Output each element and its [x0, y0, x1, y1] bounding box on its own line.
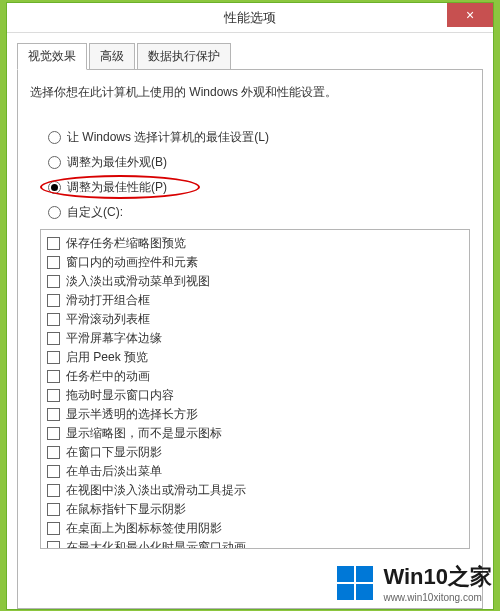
list-item[interactable]: 启用 Peek 预览: [47, 348, 463, 367]
effects-checklist[interactable]: 保存任务栏缩略图预览 窗口内的动画控件和元素 淡入淡出或滑动菜单到视图 滑动打开…: [40, 229, 470, 549]
check-label: 滑动打开组合框: [66, 292, 150, 309]
radio-custom[interactable]: [48, 206, 61, 219]
check-label: 显示半透明的选择长方形: [66, 406, 198, 423]
list-item[interactable]: 在最大化和最小化时显示窗口动画: [47, 538, 463, 549]
radio-best-appearance-label: 调整为最佳外观(B): [67, 154, 167, 171]
checkbox[interactable]: [47, 541, 60, 549]
radio-custom-label: 自定义(C):: [67, 204, 123, 221]
windows-logo-icon: [335, 563, 375, 603]
list-item[interactable]: 在视图中淡入淡出或滑动工具提示: [47, 481, 463, 500]
radio-row-auto[interactable]: 让 Windows 选择计算机的最佳设置(L): [48, 129, 470, 146]
check-label: 窗口内的动画控件和元素: [66, 254, 198, 271]
checkbox[interactable]: [47, 389, 60, 402]
list-item[interactable]: 在桌面上为图标标签使用阴影: [47, 519, 463, 538]
checkbox[interactable]: [47, 522, 60, 535]
checkbox[interactable]: [47, 427, 60, 440]
svg-rect-1: [356, 566, 373, 582]
radio-best-appearance[interactable]: [48, 156, 61, 169]
checkbox[interactable]: [47, 332, 60, 345]
list-item[interactable]: 在窗口下显示阴影: [47, 443, 463, 462]
check-label: 拖动时显示窗口内容: [66, 387, 174, 404]
radio-auto-label: 让 Windows 选择计算机的最佳设置(L): [67, 129, 269, 146]
radio-row-custom[interactable]: 自定义(C):: [48, 204, 470, 221]
close-button[interactable]: ×: [447, 3, 493, 27]
tab-advanced[interactable]: 高级: [89, 43, 135, 70]
check-label: 在单击后淡出菜单: [66, 463, 162, 480]
check-label: 平滑屏幕字体边缘: [66, 330, 162, 347]
close-icon: ×: [466, 7, 474, 23]
checkbox[interactable]: [47, 275, 60, 288]
radio-auto[interactable]: [48, 131, 61, 144]
performance-options-dialog: 性能选项 × 视觉效果 高级 数据执行保护 选择你想在此计算机上使用的 Wind…: [6, 2, 494, 610]
radio-row-best-appearance[interactable]: 调整为最佳外观(B): [48, 154, 470, 171]
tab-strip: 视觉效果 高级 数据执行保护: [17, 43, 483, 70]
window-title: 性能选项: [224, 9, 276, 27]
checkbox[interactable]: [47, 351, 60, 364]
checkbox[interactable]: [47, 446, 60, 459]
check-label: 保存任务栏缩略图预览: [66, 235, 186, 252]
check-label: 在窗口下显示阴影: [66, 444, 162, 461]
list-item[interactable]: 保存任务栏缩略图预览: [47, 234, 463, 253]
check-label: 平滑滚动列表框: [66, 311, 150, 328]
check-label: 显示缩略图，而不是显示图标: [66, 425, 222, 442]
svg-rect-3: [356, 584, 373, 600]
radio-best-performance-label: 调整为最佳性能(P): [67, 179, 167, 196]
svg-rect-2: [337, 584, 354, 600]
check-label: 任务栏中的动画: [66, 368, 150, 385]
checkbox[interactable]: [47, 503, 60, 516]
checkbox[interactable]: [47, 256, 60, 269]
checkbox[interactable]: [47, 237, 60, 250]
svg-rect-0: [337, 566, 354, 582]
check-label: 启用 Peek 预览: [66, 349, 148, 366]
list-item[interactable]: 任务栏中的动画: [47, 367, 463, 386]
check-label: 在视图中淡入淡出或滑动工具提示: [66, 482, 246, 499]
list-item[interactable]: 淡入淡出或滑动菜单到视图: [47, 272, 463, 291]
checkbox[interactable]: [47, 408, 60, 421]
list-item[interactable]: 在单击后淡出菜单: [47, 462, 463, 481]
list-item[interactable]: 在鼠标指针下显示阴影: [47, 500, 463, 519]
tab-dep[interactable]: 数据执行保护: [137, 43, 231, 70]
tab-container: 视觉效果 高级 数据执行保护 选择你想在此计算机上使用的 Windows 外观和…: [7, 33, 493, 609]
check-label: 在最大化和最小化时显示窗口动画: [66, 539, 246, 549]
list-item[interactable]: 平滑屏幕字体边缘: [47, 329, 463, 348]
list-item[interactable]: 窗口内的动画控件和元素: [47, 253, 463, 272]
list-item[interactable]: 拖动时显示窗口内容: [47, 386, 463, 405]
list-item[interactable]: 滑动打开组合框: [47, 291, 463, 310]
radio-best-performance[interactable]: [48, 181, 61, 194]
tab-panel-visual: 选择你想在此计算机上使用的 Windows 外观和性能设置。 让 Windows…: [17, 69, 483, 609]
list-item[interactable]: 显示半透明的选择长方形: [47, 405, 463, 424]
checkbox[interactable]: [47, 294, 60, 307]
checkbox[interactable]: [47, 484, 60, 497]
radio-group: 让 Windows 选择计算机的最佳设置(L) 调整为最佳外观(B) 调整为最佳…: [48, 129, 470, 221]
watermark-url: www.win10xitong.com: [383, 592, 492, 603]
checkbox[interactable]: [47, 465, 60, 478]
tab-visual-effects[interactable]: 视觉效果: [17, 43, 87, 70]
list-item[interactable]: 显示缩略图，而不是显示图标: [47, 424, 463, 443]
check-label: 在桌面上为图标标签使用阴影: [66, 520, 222, 537]
watermark: Win10之家 www.win10xitong.com: [335, 562, 492, 603]
check-label: 淡入淡出或滑动菜单到视图: [66, 273, 210, 290]
watermark-title: Win10之家: [383, 562, 492, 592]
radio-row-best-performance[interactable]: 调整为最佳性能(P): [48, 179, 470, 196]
panel-description: 选择你想在此计算机上使用的 Windows 外观和性能设置。: [30, 84, 470, 101]
check-label: 在鼠标指针下显示阴影: [66, 501, 186, 518]
titlebar: 性能选项 ×: [7, 3, 493, 33]
checkbox[interactable]: [47, 370, 60, 383]
watermark-text: Win10之家 www.win10xitong.com: [383, 562, 492, 603]
checkbox[interactable]: [47, 313, 60, 326]
list-item[interactable]: 平滑滚动列表框: [47, 310, 463, 329]
